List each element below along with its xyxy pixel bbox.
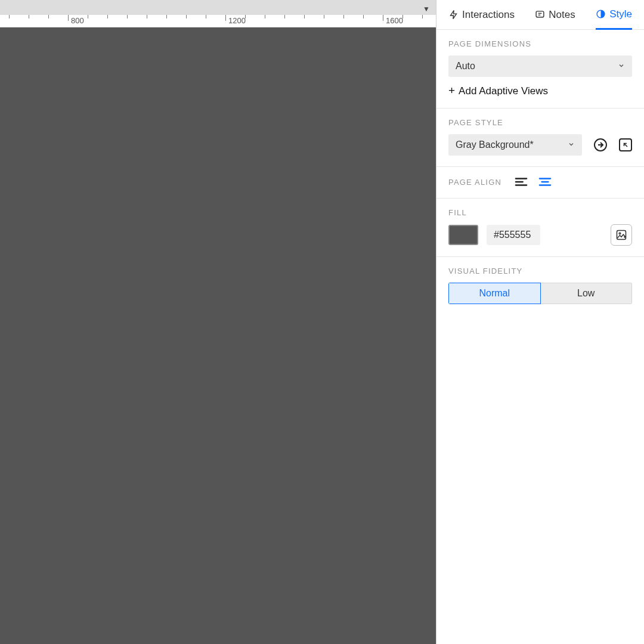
align-center-button[interactable] — [538, 177, 552, 187]
align-left-button[interactable] — [515, 177, 528, 187]
arrow-in-circle-icon — [593, 138, 608, 152]
select-value: Auto — [456, 61, 475, 72]
dimensions-select[interactable]: Auto — [448, 55, 632, 77]
section-visual-fidelity: Visual Fidelity Normal Low — [436, 257, 644, 315]
ruler-horizontal[interactable]: 80012001600 — [0, 15, 436, 27]
section-page-dimensions: Page Dimensions Auto + Add Adaptive View… — [436, 30, 644, 109]
note-icon — [535, 10, 545, 20]
seg-label: Low — [577, 288, 595, 299]
inspector-panel: Interactions Notes Style Page Dimensions… — [436, 0, 644, 644]
chevron-down-icon — [568, 140, 575, 150]
ruler-mark: 800 — [71, 16, 84, 25]
fidelity-normal-button[interactable]: Normal — [448, 283, 541, 304]
svg-point-12 — [619, 233, 621, 234]
update-style-button[interactable] — [593, 137, 608, 153]
chevron-down-icon — [618, 61, 625, 72]
tab-label: Notes — [549, 9, 575, 21]
section-label: Fill — [448, 208, 632, 217]
svg-rect-11 — [617, 231, 626, 240]
ruler-mark: 1600 — [386, 16, 403, 25]
image-plus-icon — [615, 229, 627, 241]
fill-image-button[interactable] — [611, 224, 632, 246]
add-adaptive-label: Add Adaptive Views — [459, 85, 548, 97]
inspector-tabs: Interactions Notes Style — [436, 0, 644, 30]
fidelity-low-button[interactable]: Low — [541, 283, 633, 304]
fill-color-swatch[interactable] — [448, 225, 478, 245]
canvas[interactable] — [0, 27, 436, 644]
toolbar-strip: ▼ — [0, 0, 436, 15]
visual-fidelity-toggle: Normal Low — [448, 283, 632, 304]
create-style-button[interactable] — [619, 138, 632, 151]
svg-rect-0 — [536, 11, 544, 17]
seg-label: Normal — [479, 288, 510, 299]
canvas-area: ▼ 80012001600 — [0, 0, 436, 644]
style-icon — [596, 9, 606, 19]
arrow-up-left-icon — [622, 141, 629, 148]
add-adaptive-views-button[interactable]: + Add Adaptive Views — [448, 85, 632, 97]
tab-style[interactable]: Style — [596, 0, 632, 30]
tab-interactions[interactable]: Interactions — [448, 0, 515, 30]
tab-label: Interactions — [462, 9, 515, 21]
section-label: Page Style — [448, 118, 632, 127]
fill-hex-value: #555555 — [494, 230, 531, 240]
section-label: Visual Fidelity — [448, 267, 632, 275]
section-label: Page Dimensions — [448, 39, 632, 48]
fill-hex-input[interactable]: #555555 — [487, 225, 540, 245]
chevron-down-icon[interactable]: ▼ — [423, 5, 430, 13]
section-label: Page Align — [448, 178, 501, 187]
align-left-icon — [515, 177, 528, 187]
tab-notes[interactable]: Notes — [535, 0, 575, 30]
plus-icon: + — [448, 84, 455, 97]
select-value: Gray Background* — [456, 140, 534, 150]
page-style-select[interactable]: Gray Background* — [448, 134, 582, 156]
section-fill: Fill #555555 — [436, 199, 644, 257]
lightning-icon — [448, 10, 459, 20]
align-center-icon — [538, 177, 552, 187]
section-page-align: Page Align — [436, 167, 644, 199]
section-page-style: Page Style Gray Background* — [436, 109, 644, 167]
ruler-mark: 1200 — [228, 16, 246, 25]
tab-label: Style — [609, 8, 632, 20]
